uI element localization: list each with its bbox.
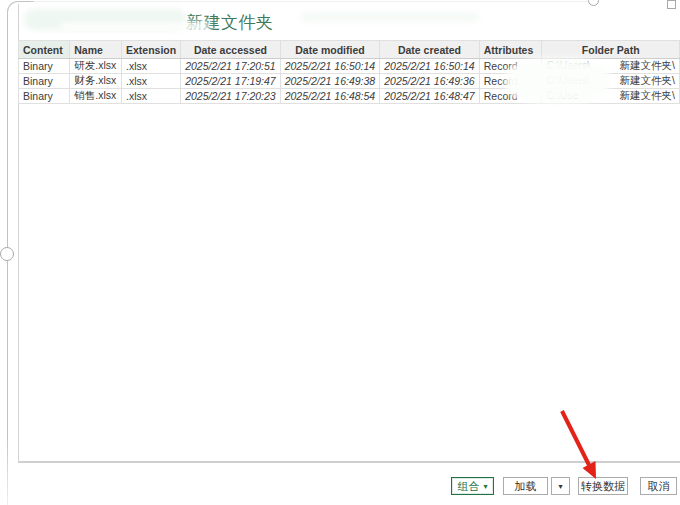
- column-header-date-modified[interactable]: Date modified: [280, 41, 380, 59]
- cell-date-modified: 2025/2/21 16:50:14: [280, 59, 380, 74]
- column-header-content[interactable]: Content: [19, 41, 70, 59]
- column-header-extension[interactable]: Extension: [121, 41, 180, 59]
- column-header-attributes[interactable]: Attributes: [479, 41, 542, 59]
- cell-name: 销售.xlsx: [70, 89, 122, 104]
- cell-content: Binary: [19, 59, 70, 74]
- table-header-row: Content Name Extension Date accessed Dat…: [19, 41, 680, 59]
- column-header-name[interactable]: Name: [70, 41, 122, 59]
- cell-extension: .xlsx: [121, 74, 180, 89]
- redaction-smudge-title-3: [300, 12, 480, 22]
- cell-name: 财务.xlsx: [70, 74, 122, 89]
- chevron-down-icon: ▾: [483, 483, 487, 491]
- load-button-label: 加载: [515, 479, 537, 494]
- folder-path-suffix: 新建文件夹\: [620, 89, 675, 103]
- combine-button-label: 组合: [457, 479, 479, 494]
- cell-date-accessed: 2025/2/21 17:19:47: [181, 74, 281, 89]
- combine-button[interactable]: 组合▾: [451, 477, 494, 495]
- transform-data-button-label: 转换数据: [581, 479, 625, 494]
- column-header-date-created[interactable]: Date created: [380, 41, 480, 59]
- load-button[interactable]: 加载: [503, 477, 548, 495]
- annotation-frame-left-edge: [7, 25, 8, 505]
- redaction-smudge-folder-path: [505, 58, 610, 104]
- cell-date-accessed: 2025/2/21 17:20:23: [181, 89, 281, 104]
- cell-name: 研发.xlsx: [70, 59, 122, 74]
- cell-date-accessed: 2025/2/21 17:20:51: [181, 59, 281, 74]
- cancel-button-label: 取消: [648, 479, 670, 494]
- folder-path-suffix: 新建文件夹\: [620, 74, 675, 88]
- cell-content: Binary: [19, 74, 70, 89]
- chevron-down-icon: ▾: [558, 483, 562, 491]
- cell-date-created: 2025/2/21 16:49:36: [380, 74, 480, 89]
- annotation-frame-top-edge: [30, 1, 590, 2]
- transform-data-button[interactable]: 转换数据: [578, 477, 628, 495]
- column-header-folder-path[interactable]: Folder Path: [542, 41, 680, 59]
- cell-extension: .xlsx: [121, 89, 180, 104]
- column-header-date-accessed[interactable]: Date accessed: [181, 41, 281, 59]
- load-dropdown-button[interactable]: ▾: [551, 477, 570, 495]
- redaction-smudge-title-2: [60, 22, 210, 31]
- folder-path-suffix: 新建文件夹\: [620, 59, 675, 73]
- cell-content: Binary: [19, 89, 70, 104]
- annotation-resize-handle-left[interactable]: [0, 247, 14, 261]
- cell-date-modified: 2025/2/21 16:49:38: [280, 74, 380, 89]
- cell-extension: .xlsx: [121, 59, 180, 74]
- cell-date-modified: 2025/2/21 16:48:54: [280, 89, 380, 104]
- power-query-folder-dialog: 新建文件夹 Content Name Extension Date access…: [0, 0, 680, 505]
- cancel-button[interactable]: 取消: [640, 477, 677, 495]
- cell-date-created: 2025/2/21 16:48:47: [380, 89, 480, 104]
- cell-date-created: 2025/2/21 16:50:14: [380, 59, 480, 74]
